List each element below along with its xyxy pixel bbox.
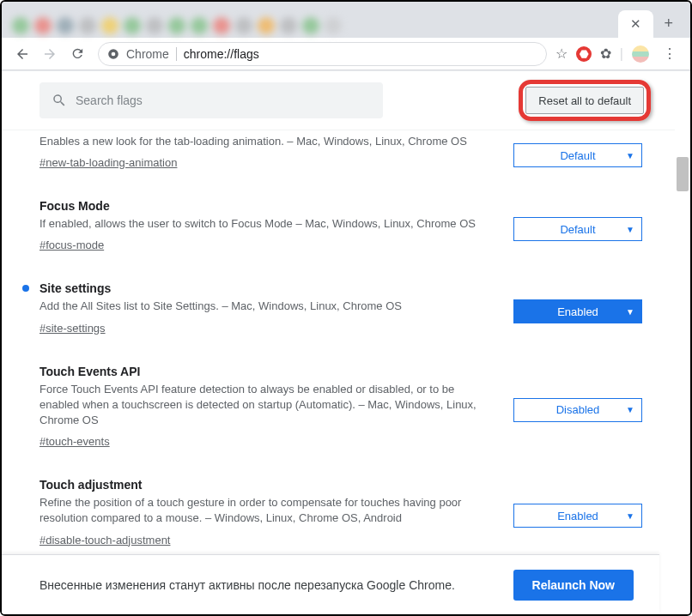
extension-gear-icon[interactable]: ✿	[600, 45, 611, 62]
flag-text-block: Touch adjustmentRefine the position of a…	[39, 478, 513, 547]
flag-dropdown-value: Enabled	[557, 305, 598, 318]
address-bar[interactable]: Chrome chrome://flags	[98, 42, 547, 66]
flag-text-block: Focus ModeIf enabled, allows the user to…	[39, 199, 513, 252]
flag-entry: Touch adjustmentRefine the position of a…	[39, 464, 649, 562]
flag-entry: Enables a new look for the tab-loading a…	[39, 130, 649, 185]
extension-badge-icon[interactable]: ⬣	[576, 46, 592, 62]
active-tab[interactable]: ✕	[618, 10, 653, 38]
flag-title: Site settings	[39, 281, 496, 295]
close-tab-icon[interactable]: ✕	[627, 16, 645, 32]
flag-text-block: Touch Events APIForce Touch Events API f…	[39, 365, 513, 450]
flag-entry: Touch Events APIForce Touch Events API f…	[39, 351, 649, 465]
chevron-down-icon: ▼	[626, 405, 634, 414]
toolbar-separator: |	[620, 46, 623, 62]
search-placeholder: Search flags	[76, 94, 143, 107]
flag-anchor-link[interactable]: #disable-touch-adjustment	[39, 534, 170, 547]
flag-dropdown[interactable]: Default▼	[513, 217, 642, 241]
flag-entry: Site settingsAdd the All Sites list to S…	[39, 268, 649, 350]
modified-indicator-dot	[22, 285, 29, 292]
chrome-icon	[107, 48, 119, 60]
flag-control: Enabled▼	[513, 478, 649, 547]
reset-button-highlight: Reset all to default	[520, 82, 649, 119]
bookmark-star-icon[interactable]: ☆	[555, 45, 568, 62]
tab-strip: ✕ +	[2, 2, 690, 38]
flag-dropdown[interactable]: Default▼	[513, 143, 642, 167]
chevron-down-icon: ▼	[626, 511, 634, 521]
flag-description: Add the All Sites list to Site Settings.…	[39, 299, 496, 314]
url-text: chrome://flags	[184, 47, 259, 61]
flag-entry: Focus ModeIf enabled, allows the user to…	[39, 185, 649, 268]
flags-list: Enables a new look for the tab-loading a…	[2, 130, 675, 563]
reload-button[interactable]	[65, 42, 89, 66]
flag-dropdown-value: Disabled	[556, 403, 600, 416]
flag-text-block: Enables a new look for the tab-loading a…	[39, 134, 513, 170]
relaunch-footer: Внесенные изменения станут активны после…	[2, 554, 659, 614]
page-content: Search flags Reset all to default Enable…	[2, 70, 690, 614]
search-flags-input[interactable]: Search flags	[39, 82, 383, 118]
flag-description: Force Touch Events API feature detection…	[39, 382, 496, 429]
flag-dropdown[interactable]: Disabled▼	[513, 398, 642, 422]
profile-avatar[interactable]	[632, 45, 649, 63]
flag-control: Enabled▼	[513, 281, 649, 335]
flag-anchor-link[interactable]: #focus-mode	[39, 239, 104, 251]
relaunch-message: Внесенные изменения станут активны после…	[39, 578, 513, 592]
svg-point-5	[112, 51, 116, 56]
chevron-down-icon: ▼	[626, 225, 634, 234]
browser-toolbar: Chrome chrome://flags ☆ ⬣ ✿ | ⋮	[2, 38, 690, 70]
flag-description: Enables a new look for the tab-loading a…	[39, 134, 496, 149]
flags-header-row: Search flags Reset all to default	[2, 71, 675, 130]
new-tab-button[interactable]: +	[653, 15, 683, 38]
flag-control: Default▼	[513, 199, 649, 252]
url-scheme-label: Chrome	[126, 47, 169, 61]
flag-anchor-link[interactable]: #touch-events	[39, 435, 110, 448]
flag-title: Focus Mode	[39, 199, 496, 213]
extension-icons: ⬣ ✿ |	[571, 45, 654, 63]
back-button[interactable]	[10, 42, 34, 66]
flag-dropdown[interactable]: Enabled▼	[513, 504, 642, 528]
flag-dropdown[interactable]: Enabled▼	[513, 299, 642, 323]
flag-description: If enabled, allows the user to switch to…	[39, 216, 496, 232]
kebab-menu-icon[interactable]: ⋮	[658, 45, 682, 62]
flag-text-block: Site settingsAdd the All Sites list to S…	[39, 281, 513, 335]
relaunch-button[interactable]: Relaunch Now	[513, 570, 634, 601]
flag-dropdown-value: Default	[560, 149, 595, 162]
flag-title: Touch adjustment	[39, 478, 496, 492]
chevron-down-icon: ▼	[626, 151, 634, 160]
forward-button[interactable]	[38, 42, 62, 66]
omnibox-divider	[176, 47, 177, 61]
flag-anchor-link[interactable]: #site-settings	[39, 322, 106, 335]
search-icon	[52, 93, 67, 108]
background-tabs-blurred	[9, 17, 342, 38]
flag-control: Disabled▼	[513, 365, 649, 450]
flag-control: Default▼	[513, 134, 649, 170]
flag-description: Refine the position of a touch gesture i…	[39, 495, 496, 526]
flag-anchor-link[interactable]: #new-tab-loading-animation	[39, 156, 177, 169]
reset-all-button[interactable]: Reset all to default	[525, 87, 644, 114]
scrollbar-thumb[interactable]	[677, 157, 689, 191]
chevron-down-icon: ▼	[626, 307, 634, 317]
flag-dropdown-value: Enabled	[557, 510, 598, 522]
flag-dropdown-value: Default	[560, 223, 595, 236]
flag-title: Touch Events API	[39, 365, 496, 378]
